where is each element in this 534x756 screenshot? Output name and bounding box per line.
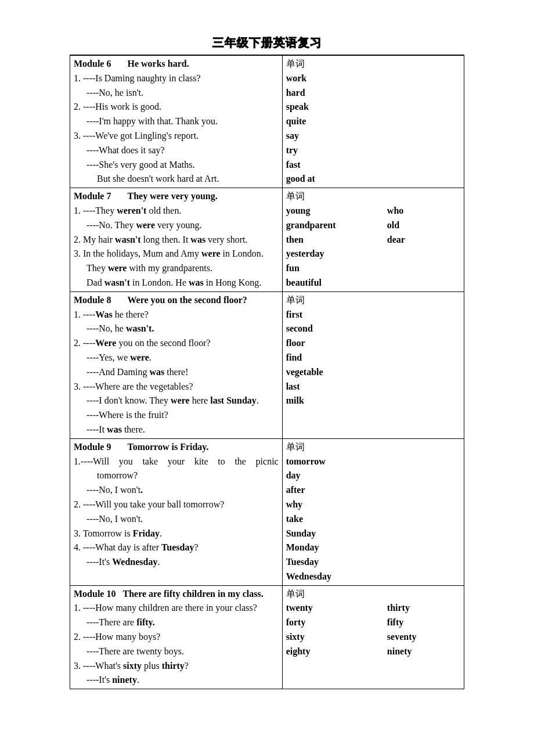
sentence: They were with my grandparents. — [74, 261, 279, 276]
vocab-word: speak — [286, 102, 309, 111]
vocab-word: twenty — [286, 601, 387, 615]
module8-code: Module 8 — [74, 295, 111, 305]
sentence: ----I don't know. They were here last Su… — [74, 394, 279, 408]
vocab-word: ninety — [387, 645, 460, 659]
sentence: ----Yes, we were. — [74, 351, 279, 365]
module6-title: He works hard. — [127, 59, 189, 69]
module7-title: They were very young. — [127, 191, 217, 201]
sentence: 4. ----What day is after Tuesday? — [74, 541, 279, 555]
sentence: ----No, I won't. — [74, 512, 279, 527]
vocab-word: sixty — [286, 630, 387, 645]
vocab-word: eighty — [286, 645, 387, 659]
sentence: ----She's very good at Maths. — [74, 158, 279, 172]
module10-title: There are fifty children in my class. — [122, 589, 263, 599]
sentence: ----No. They were very young. — [74, 218, 279, 233]
vocab-header: 单词 — [286, 587, 460, 602]
module9-left: Module 9Tomorrow is Friday. 1.----Will y… — [70, 438, 283, 585]
sentence: ----No, he wasn't. — [74, 322, 279, 336]
sentence: ----And Daming was there! — [74, 365, 279, 380]
sentence: ----I'm happy with that. Thank you. — [74, 114, 279, 129]
content-table: Module 6He works hard. 1. ----Is Daming … — [70, 55, 464, 689]
vocab-word: Tuesday — [286, 557, 319, 567]
module10-left: Module 10 There are fifty children in my… — [70, 585, 283, 689]
module9-vocab: 单词 tomorrow day after why take Sunday Mo… — [282, 438, 464, 585]
vocab-word: hard — [286, 88, 305, 98]
module6-code: Module 6 — [74, 59, 111, 69]
page-title: 三年级下册英语复习 — [212, 35, 322, 51]
vocab-word: milk — [286, 395, 304, 405]
vocab-header: 单词 — [286, 440, 460, 455]
sentence: 3. ----We've got Lingling's report. — [74, 129, 279, 143]
vocab-header: 单词 — [286, 189, 460, 204]
sentence: ----Where is the fruit? — [74, 408, 279, 423]
table-row: Module 8Were you on the second floor? 1.… — [70, 291, 464, 438]
module7-vocab: 单词 youngwho grandparentold thendear yest… — [282, 188, 464, 292]
vocab-word: quite — [286, 116, 306, 126]
module9-code: Module 9 — [74, 442, 111, 452]
sentence: 2. ----Were you on the second floor? — [74, 336, 279, 351]
vocab-header: 单词 — [286, 57, 460, 71]
vocab-word: say — [286, 131, 299, 141]
sentence: 1. ----Was he there? — [74, 308, 279, 322]
sentence: 2. ----Will you take your ball tomorrow? — [74, 498, 279, 512]
vocab-word: Wednesday — [286, 571, 331, 581]
sentence: ----There are fifty. — [74, 615, 279, 630]
sentence: Dad wasn't in London. He was in Hong Kon… — [74, 276, 279, 290]
sentence: ----No, he isn't. — [74, 86, 279, 100]
sentence: ----There are twenty boys. — [74, 645, 279, 659]
sentence: 1. ----How many children are there in yo… — [74, 601, 279, 615]
vocab-word: then — [286, 233, 387, 247]
vocab-word: old — [387, 218, 460, 233]
vocab-word: take — [286, 514, 303, 524]
title-row: 三年级下册英语复习 — [70, 35, 464, 51]
sentence: 3. ----Where are the vegetables? — [74, 380, 279, 394]
module6-vocab: 单词 work hard speak quite say try fast go… — [282, 56, 464, 188]
page: 三年级下册英语复习 Module 6He works hard. 1. ----… — [0, 0, 534, 724]
vocab-word: find — [286, 352, 302, 362]
sentence: tomorrow? — [74, 469, 279, 483]
vocab-word: after — [286, 485, 305, 495]
sentence: 3. In the holidays, Mum and Amy were in … — [74, 247, 279, 261]
module8-left: Module 8Were you on the second floor? 1.… — [70, 291, 283, 438]
vocab-header: 单词 — [286, 293, 460, 308]
vocab-word: work — [286, 73, 307, 83]
vocab-word: tomorrow — [286, 456, 326, 466]
vocab-word: vegetable — [286, 367, 323, 377]
sentence: ----It's ninety. — [74, 673, 279, 687]
vocab-word: last — [286, 381, 300, 391]
vocab-word: why — [286, 499, 302, 509]
vocab-word: try — [286, 145, 298, 155]
table-row: Module 7They were very young. 1. ----The… — [70, 188, 464, 292]
sentence: 2. ----His work is good. — [74, 100, 279, 114]
vocab-word: floor — [286, 338, 305, 348]
sentence: But she doesn't work hard at Art. — [74, 172, 279, 186]
sentence: 1. ----Is Daming naughty in class? — [74, 71, 279, 86]
vocab-word: fun — [286, 261, 387, 276]
sentence: 3. ----What's sixty plus thirty? — [74, 659, 279, 674]
module7-left: Module 7They were very young. 1. ----The… — [70, 188, 283, 292]
vocab-word: Monday — [286, 542, 319, 552]
module8-vocab: 单词 first second floor find vegetable las… — [282, 291, 464, 438]
vocab-word: first — [286, 309, 302, 319]
table-row: Module 10 There are fifty children in my… — [70, 585, 464, 689]
vocab-word: seventy — [387, 630, 460, 645]
vocab-word: young — [286, 204, 387, 218]
module9-title: Tomorrow is Friday. — [127, 442, 208, 452]
sentence: ----No, I won't. — [74, 483, 279, 498]
vocab-word: Sunday — [286, 528, 316, 538]
vocab-word: forty — [286, 615, 387, 630]
vocab-word: beautiful — [286, 276, 387, 290]
vocab-word: day — [286, 470, 301, 480]
vocab-word: yesterday — [286, 247, 387, 261]
sentence: ----It's Wednesday. — [74, 555, 279, 570]
sentence: ----It was there. — [74, 423, 279, 437]
sentence: 2. ----How many boys? — [74, 630, 279, 645]
vocab-word: second — [286, 323, 313, 333]
vocab-word: fast — [286, 160, 301, 170]
vocab-word: who — [387, 204, 460, 218]
vocab-word: thirty — [387, 601, 460, 615]
sentence: 2. My hair wasn't long then. It was very… — [74, 233, 279, 247]
vocab-word: dear — [387, 233, 460, 247]
module10-code: Module 10 — [74, 589, 116, 599]
module8-title: Were you on the second floor? — [127, 295, 247, 305]
